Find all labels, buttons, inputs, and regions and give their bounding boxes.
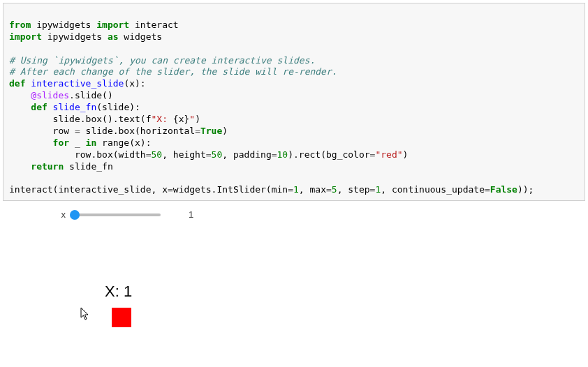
op-eq-2: = bbox=[195, 126, 200, 136]
num-1-a: 1 bbox=[293, 184, 299, 195]
kw-import-2: import bbox=[9, 31, 42, 42]
decorator-rest: .slide() bbox=[69, 90, 113, 100]
op-eq-5: = bbox=[272, 149, 277, 160]
num-10: 10 bbox=[277, 149, 288, 160]
kw-from: from bbox=[9, 20, 31, 30]
bool-true: True bbox=[200, 126, 222, 136]
alias-widgets: widgets bbox=[119, 31, 163, 42]
kw-def-1: def bbox=[9, 78, 25, 89]
str-x-a: "X: bbox=[152, 114, 173, 124]
row-a: row bbox=[9, 126, 75, 136]
slider-thumb[interactable] bbox=[70, 210, 80, 220]
fn-interactive-slide: interactive_slide bbox=[25, 78, 124, 89]
op-eq-4: = bbox=[206, 149, 212, 160]
call-a: interact(interactive_slide, x bbox=[9, 184, 168, 195]
rect-e: ) bbox=[403, 149, 409, 160]
rect-b: , height bbox=[162, 149, 206, 160]
call-f: )); bbox=[517, 184, 534, 195]
op-eq-1: = bbox=[75, 126, 80, 136]
comment-1: # Using `ipywidgets`, you can create int… bbox=[9, 55, 315, 66]
bool-false: False bbox=[490, 184, 517, 195]
code-cell: from ipywidgets import interact import i… bbox=[3, 3, 585, 201]
str-red: "red" bbox=[375, 149, 402, 160]
code-text-b: ) bbox=[195, 114, 200, 124]
op-eq-8: = bbox=[288, 184, 293, 195]
num-50-a: 50 bbox=[152, 149, 163, 160]
op-eq-7: = bbox=[168, 184, 173, 195]
kw-return: return bbox=[9, 161, 64, 172]
fstr-braces: {x} bbox=[173, 114, 189, 124]
call-c: , max bbox=[299, 184, 326, 195]
comment-2: # After each change of the slider, the s… bbox=[9, 66, 337, 77]
output-area: X: 1 bbox=[0, 283, 588, 327]
slider-widget: x 1 bbox=[0, 204, 588, 220]
kw-for: for bbox=[9, 137, 69, 148]
slider-label: x bbox=[54, 209, 66, 220]
for-var: _ bbox=[69, 137, 85, 148]
for-rest: range(x): bbox=[96, 137, 151, 148]
kw-import: import bbox=[96, 20, 129, 30]
op-eq-9: = bbox=[326, 184, 332, 195]
call-d: , step bbox=[337, 184, 370, 195]
slider-value: 1 bbox=[189, 209, 193, 220]
return-rest: slide_fn bbox=[64, 161, 112, 172]
mod-ipywidgets-2: ipywidgets bbox=[42, 31, 108, 42]
import-interact: interact bbox=[129, 20, 178, 30]
code-text-a: slide.box().text(f bbox=[9, 114, 152, 124]
kw-in: in bbox=[86, 137, 97, 148]
mod-ipywidgets: ipywidgets bbox=[31, 20, 96, 30]
kw-as: as bbox=[108, 31, 119, 42]
cursor-icon bbox=[80, 307, 90, 321]
call-b: widgets.IntSlider(min bbox=[173, 184, 288, 195]
num-5: 5 bbox=[332, 184, 337, 195]
call-e: , continuous_update bbox=[381, 184, 485, 195]
slider-bar bbox=[74, 214, 161, 216]
rect-c: , padding bbox=[222, 149, 271, 160]
slider-track[interactable] bbox=[70, 210, 161, 220]
decorator-slides: @slides bbox=[9, 90, 69, 100]
output-red-box bbox=[112, 308, 131, 327]
rect-d: ).rect(bg_color bbox=[288, 149, 369, 160]
op-eq-3: = bbox=[146, 149, 152, 160]
rect-a: row.box(width bbox=[9, 149, 146, 160]
row-b: slide.box(horizontal bbox=[80, 126, 195, 136]
fn-slide-fn: slide_fn bbox=[47, 102, 96, 112]
fn1-args: (x): bbox=[124, 78, 145, 89]
output-text: X: 1 bbox=[105, 283, 588, 301]
num-50-b: 50 bbox=[212, 149, 223, 160]
op-eq-11: = bbox=[485, 184, 490, 195]
kw-def-2: def bbox=[9, 102, 47, 112]
row-c: ) bbox=[222, 126, 228, 136]
fn2-args: (slide): bbox=[96, 102, 140, 112]
str-x-b: " bbox=[189, 114, 195, 124]
